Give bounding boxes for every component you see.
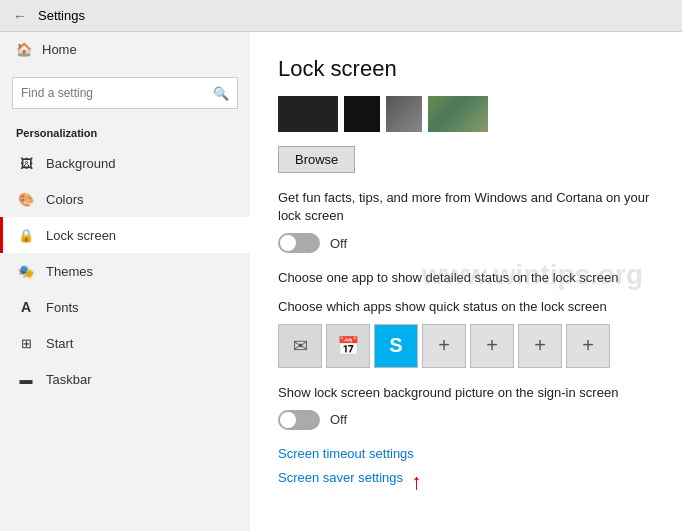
fun-facts-toggle-row: Off bbox=[278, 233, 654, 253]
app-add-1[interactable]: + bbox=[422, 324, 466, 368]
title-bar: ← Settings bbox=[0, 0, 682, 32]
bg-preview-2[interactable] bbox=[344, 96, 380, 132]
fonts-icon: A bbox=[16, 297, 36, 317]
sign-in-toggle-row: Off bbox=[278, 410, 654, 430]
links-section: Screen timeout settings Screen saver set… bbox=[278, 446, 654, 495]
start-icon: ⊞ bbox=[16, 333, 36, 353]
detailed-status-desc: Choose one app to show detailed status o… bbox=[278, 269, 654, 287]
sidebar-item-fonts-label: Fonts bbox=[46, 300, 79, 315]
taskbar-icon: ▬ bbox=[16, 369, 36, 389]
content-area: www.wintips.org Lock screen Browse Get f… bbox=[250, 32, 682, 531]
sidebar-item-start[interactable]: ⊞ Start bbox=[0, 325, 250, 361]
fun-facts-desc: Get fun facts, tips, and more from Windo… bbox=[278, 189, 654, 225]
sidebar-section-title: Personalization bbox=[0, 119, 250, 145]
bg-preview-4[interactable] bbox=[428, 96, 488, 132]
red-arrow-annotation: ↑ bbox=[411, 469, 422, 495]
home-icon: 🏠 bbox=[16, 42, 32, 57]
sidebar: 🏠 Home 🔍 Personalization 🖼 Background 🎨 … bbox=[0, 32, 250, 531]
sidebar-item-fonts[interactable]: A Fonts bbox=[0, 289, 250, 325]
fun-facts-toggle-label: Off bbox=[330, 236, 347, 251]
sidebar-item-taskbar-label: Taskbar bbox=[46, 372, 92, 387]
page-title: Lock screen bbox=[278, 56, 654, 82]
title-bar-title: Settings bbox=[38, 8, 85, 23]
sidebar-item-background[interactable]: 🖼 Background bbox=[0, 145, 250, 181]
app-envelope[interactable]: ✉ bbox=[278, 324, 322, 368]
sign-in-desc: Show lock screen background picture on t… bbox=[278, 384, 654, 402]
sidebar-item-colors[interactable]: 🎨 Colors bbox=[0, 181, 250, 217]
sidebar-search-box[interactable]: 🔍 bbox=[12, 77, 238, 109]
sidebar-item-themes[interactable]: 🎭 Themes bbox=[0, 253, 250, 289]
sidebar-item-background-label: Background bbox=[46, 156, 115, 171]
screen-timeout-link[interactable]: Screen timeout settings bbox=[278, 446, 654, 461]
app-skype[interactable]: S bbox=[374, 324, 418, 368]
browse-button[interactable]: Browse bbox=[278, 146, 355, 173]
sidebar-item-taskbar[interactable]: ▬ Taskbar bbox=[0, 361, 250, 397]
fun-facts-toggle[interactable] bbox=[278, 233, 320, 253]
main-container: 🏠 Home 🔍 Personalization 🖼 Background 🎨 … bbox=[0, 32, 682, 531]
sidebar-item-lock-screen-label: Lock screen bbox=[46, 228, 116, 243]
content-wrapper: www.wintips.org Lock screen Browse Get f… bbox=[278, 56, 654, 495]
bg-preview-row bbox=[278, 96, 654, 132]
bg-preview-1[interactable] bbox=[278, 96, 338, 132]
search-input[interactable] bbox=[21, 86, 213, 100]
bg-preview-3[interactable] bbox=[386, 96, 422, 132]
app-add-2[interactable]: + bbox=[470, 324, 514, 368]
sign-in-toggle-label: Off bbox=[330, 412, 347, 427]
background-icon: 🖼 bbox=[16, 153, 36, 173]
sidebar-item-lock-screen[interactable]: 🔒 Lock screen bbox=[0, 217, 250, 253]
app-add-3[interactable]: + bbox=[518, 324, 562, 368]
sidebar-home-label: Home bbox=[42, 42, 77, 57]
sidebar-item-home[interactable]: 🏠 Home bbox=[0, 32, 250, 67]
lock-screen-icon: 🔒 bbox=[16, 225, 36, 245]
sidebar-item-start-label: Start bbox=[46, 336, 73, 351]
quick-status-desc: Choose which apps show quick status on t… bbox=[278, 298, 654, 316]
back-button[interactable]: ← bbox=[10, 6, 30, 26]
sidebar-item-colors-label: Colors bbox=[46, 192, 84, 207]
themes-icon: 🎭 bbox=[16, 261, 36, 281]
sidebar-item-themes-label: Themes bbox=[46, 264, 93, 279]
search-icon: 🔍 bbox=[213, 86, 229, 101]
sign-in-toggle[interactable] bbox=[278, 410, 320, 430]
app-calendar[interactable]: 📅 bbox=[326, 324, 370, 368]
quick-status-apps-row: ✉ 📅 S + + + + bbox=[278, 324, 654, 368]
colors-icon: 🎨 bbox=[16, 189, 36, 209]
screen-saver-link[interactable]: Screen saver settings bbox=[278, 470, 403, 485]
app-add-4[interactable]: + bbox=[566, 324, 610, 368]
